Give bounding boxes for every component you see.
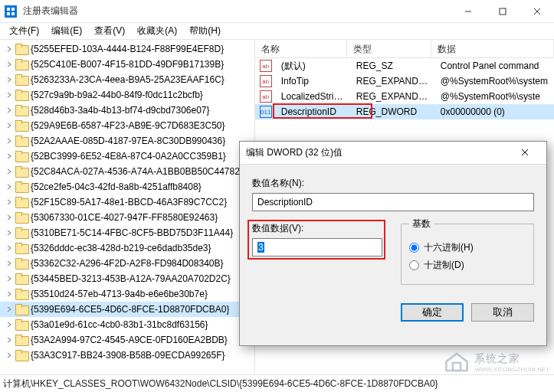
maximize-button[interactable] (485, 0, 520, 22)
tree-item[interactable]: {53445BED-3213-453B-A12A-79AA20A702D2C} (0, 271, 254, 286)
registry-tree[interactable]: {5255EFED-103A-4444-B124-F88F99E4EF8D}{5… (0, 40, 255, 374)
tree-item[interactable]: {5310BE71-5C14-4FBC-8CF5-BBD75D3F11A44} (0, 225, 254, 240)
chevron-right-icon (5, 260, 14, 266)
tree-item[interactable]: {53067330-01CE-4027-947F-FF8580E92463} (0, 210, 254, 225)
minimize-button[interactable] (451, 0, 485, 22)
col-header-type[interactable]: 类型 (347, 40, 431, 57)
status-path: 计算机\HKEY_CLASSES_ROOT\WOW6432Node\CLSID\… (3, 377, 438, 390)
radix-hex-radio[interactable] (409, 243, 419, 253)
tree-item[interactable]: {53A3C917-BB24-3908-B58B-09ECDA99265F} (0, 348, 254, 363)
folder-icon (15, 319, 28, 330)
cell-type: REG_DWORD (350, 106, 434, 117)
col-header-name[interactable]: 名称 (255, 40, 347, 57)
menu-edit[interactable]: 编辑(E) (47, 23, 87, 39)
dialog-title: 编辑 DWORD (32 位)值 (246, 146, 343, 159)
list-row[interactable]: abInfoTipREG_EXPAND_SZ@%SystemRoot%\syst… (255, 74, 554, 89)
tree-item[interactable]: {528d46b3-3a4b-4b13-bf74-d9cbd7306e07} (0, 103, 254, 118)
tree-item[interactable]: {5263233A-23CA-4eea-B9A5-25A23EAAF16C} (0, 72, 254, 87)
menu-file[interactable]: 文件(F) (5, 23, 44, 39)
tree-item-label: {5399E694-6CE5-4D6C-8FCE-1D8870FDCBA0} (31, 304, 229, 315)
folder-icon (15, 350, 28, 361)
tree-item[interactable]: {525C410E-B007-4F15-81DD-49DF9B17139B} (0, 57, 254, 72)
chevron-right-icon (5, 138, 14, 144)
tree-item[interactable]: {5326dddc-ec38-428d-b219-ce6dadb35de3} (0, 240, 254, 256)
tree-item-label: {53362C32-A296-4F2D-A2F8-FD984D08340B} (31, 258, 224, 269)
folder-icon (15, 136, 28, 146)
chevron-right-icon (5, 245, 14, 251)
chevron-right-icon (5, 199, 14, 205)
tree-item-label: {53067330-01CE-4027-947F-FF8580E92463} (31, 212, 218, 223)
tree-item-label: {53510d24-57eb-4713-9a4b-e6e6be30b7e} (31, 289, 208, 299)
svg-rect-0 (7, 8, 10, 11)
folder-icon (15, 273, 28, 284)
menu-help[interactable]: 帮助(H) (185, 23, 225, 39)
watermark-text: 系统之家 (474, 352, 549, 366)
tree-item[interactable]: {527c9a9b-b9a2-44b0-84f9-f0dc11c2bcfb} (0, 87, 254, 103)
chevron-right-icon (5, 92, 14, 98)
dialog-title-bar[interactable]: 编辑 DWORD (32 位)值 (240, 142, 546, 165)
tree-item-label: {52BC3999-6E52-4E8A-87C4-0A2A0CC359B1} (31, 151, 226, 162)
radix-dec[interactable]: 十进制(D) (409, 259, 526, 272)
value-data-input[interactable]: 3 (252, 238, 382, 256)
chevron-right-icon (5, 107, 14, 113)
tree-item-label: {52A2AAAE-085D-4187-97EA-8C30DB990436} (31, 136, 225, 146)
col-header-data[interactable]: 数据 (431, 40, 554, 57)
string-value-icon: ab (260, 90, 272, 103)
chevron-right-icon (5, 184, 14, 190)
svg-rect-1 (11, 8, 15, 11)
tree-item-label: {5263233A-23CA-4eea-B9A5-25A23EAAF16C} (31, 74, 225, 85)
cell-name: InfoTip (275, 76, 350, 87)
folder-icon (15, 243, 28, 253)
cancel-button[interactable]: 取消 (471, 303, 534, 322)
tree-item[interactable]: {52C84ACA-027A-4536-A74A-A1BB0BB50C44782… (0, 164, 254, 179)
tree-item[interactable]: {5255EFED-103A-4444-B124-F88F99E4EF8D} (0, 41, 254, 57)
folder-icon (15, 74, 28, 85)
tree-item[interactable]: {52BC3999-6E52-4E8A-87C4-0A2A0CC359B1} (0, 149, 254, 164)
app-icon (5, 5, 17, 18)
radix-dec-radio[interactable] (409, 260, 419, 270)
folder-icon (15, 181, 28, 192)
tree-item[interactable]: {53A2A994-97C2-4545-A9CE-0FD160EA2BDB} (0, 332, 254, 348)
tree-item-label: {52C84ACA-027A-4536-A74A-A1BB0BB50C44782… (31, 166, 243, 177)
close-button[interactable] (520, 0, 554, 22)
list-row[interactable]: 011DescriptionIDREG_DWORD0x00000000 (0) (255, 104, 554, 119)
radix-hex[interactable]: 十六进制(H) (409, 241, 526, 254)
folder-icon (15, 227, 28, 238)
cell-data: 0x00000000 (0) (434, 106, 554, 117)
tree-item[interactable]: {53362C32-A296-4F2D-A2F8-FD984D08340B} (0, 256, 254, 271)
chevron-right-icon (5, 352, 14, 358)
menu-favorites[interactable]: 收藏夹(A) (133, 23, 182, 39)
tree-item-label: {528d46b3-3a4b-4b13-bf74-d9cbd7306e07} (31, 105, 210, 116)
ok-button[interactable]: 确定 (401, 303, 464, 322)
value-data-label: 数值数据(V): (252, 222, 382, 235)
tree-item-label: {525C410E-B007-4F15-81DD-49DF9B17139B} (31, 59, 224, 70)
binary-value-icon: 011 (260, 106, 272, 118)
tree-item[interactable]: {5399E694-6CE5-4D6C-8FCE-1D8870FDCBA0} (0, 302, 254, 317)
tree-item[interactable]: {53a01e9d-61cc-4cb0-83b1-31bc8df63156} (0, 317, 254, 332)
watermark-url: WWW.XITONGZHIJIA.NET (474, 366, 549, 373)
value-name-input[interactable] (252, 193, 534, 211)
list-row[interactable]: abLocalizedStringREG_EXPAND_SZ@%SystemRo… (255, 89, 554, 104)
window-title: 注册表编辑器 (23, 5, 78, 18)
cell-name: (默认) (275, 60, 350, 73)
tree-item[interactable]: {53510d24-57eb-4713-9a4b-e6e6be30b7e} (0, 286, 254, 302)
tree-item-label: {52F15C89-5A17-48e1-BBCD-46A3F89C7CC2} (31, 197, 227, 207)
cell-type: REG_EXPAND_SZ (350, 76, 434, 87)
cell-data: @%SystemRoot%\system (434, 76, 554, 87)
tree-item[interactable]: {52A2AAAE-085D-4187-97EA-8C30DB990436} (0, 133, 254, 149)
tree-item[interactable]: {529A9E6B-6587-4F23-AB9E-9C7D683E3C50} (0, 118, 254, 133)
tree-item-label: {529A9E6B-6587-4F23-AB9E-9C7D683E3C50} (31, 120, 225, 131)
cell-name: DescriptionID (275, 106, 350, 117)
tree-item[interactable]: {52ce2fe5-04c3-42fd-8a8b-4251affb8408} (0, 179, 254, 194)
menu-bar: 文件(F) 编辑(E) 查看(V) 收藏夹(A) 帮助(H) (0, 23, 554, 40)
svg-rect-5 (500, 8, 506, 15)
menu-view[interactable]: 查看(V) (90, 23, 129, 39)
list-row[interactable]: ab(默认)REG_SZControl Panel command (255, 58, 554, 74)
tree-item[interactable]: {52F15C89-5A17-48e1-BBCD-46A3F89C7CC2} (0, 194, 254, 210)
dialog-close-button[interactable] (510, 148, 540, 158)
string-value-icon: ab (260, 75, 272, 87)
tree-item-label: {53445BED-3213-453B-A12A-79AA20A702D2C} (31, 273, 231, 284)
chevron-right-icon (5, 61, 14, 67)
value-list-header: 名称 类型 数据 (255, 40, 554, 58)
dialog-body: 数值名称(N): 数值数据(V): 3 基数 十六进制(H) (240, 165, 546, 329)
